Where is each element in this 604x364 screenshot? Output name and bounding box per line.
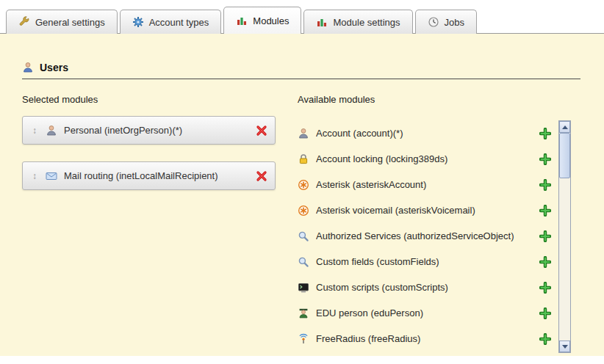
tab-label: General settings [35,17,105,28]
available-modules-scrollbar[interactable] [558,120,571,353]
available-modules-list: Account (account)(*) Account locking (lo… [298,120,551,352]
tab-account-types[interactable]: Account types [120,10,222,34]
tab-bar: General settings Account types Modules [6,7,477,34]
users-section-title: Users [22,62,580,79]
up-arrow-icon [562,125,568,129]
scrollbar-track[interactable] [559,133,570,341]
modules-chart-icon [236,15,248,26]
tab-label: Jobs [445,17,464,28]
add-module-button[interactable] [539,256,551,268]
tab-modules[interactable]: Modules [223,7,301,34]
selected-module-mail-routing[interactable]: ↕ Mail routing (inetLocalMailRecipient) [22,161,276,190]
available-module-account: Account (account)(*) [298,120,551,146]
edu-person-icon [298,307,309,319]
add-module-button[interactable] [539,230,551,242]
scrollbar-thumb[interactable] [559,133,570,178]
tab-module-settings[interactable]: Module settings [303,10,412,34]
available-module-asterisk: Asterisk (asteriskAccount) [298,172,551,197]
module-label: Mail routing (inetLocalMailRecipient) [64,170,249,181]
available-module-asterisk-voicemail: Asterisk voicemail (asteriskVoicemail) [298,197,551,223]
available-module-freeradius: FreeRadius (freeRadius) [298,326,551,352]
available-module-custom-fields: Custom fields (customFields) [298,249,551,274]
lock-icon [298,153,309,165]
module-label: EDU person (eduPerson) [316,307,533,318]
drag-handle-icon[interactable]: ↕ [30,125,39,136]
add-module-button[interactable] [539,307,551,319]
tab-label: Modules [253,15,289,26]
remove-module-button[interactable] [256,125,267,136]
module-label: Account locking (locking389ds) [316,153,533,164]
drag-handle-icon[interactable]: ↕ [30,171,39,181]
add-module-button[interactable] [539,205,551,216]
down-arrow-icon [562,345,568,349]
selected-module-personal[interactable]: ↕ Personal (inetOrgPerson)(*) [22,116,276,145]
module-label: Personal (inetOrgPerson)(*) [64,125,249,136]
tab-general-settings[interactable]: General settings [6,10,118,34]
tab-label: Account types [149,17,209,28]
module-label: Asterisk (asteriskAccount) [316,179,533,190]
module-label: Custom fields (customFields) [316,256,533,267]
wrench-icon [18,16,30,28]
clock-icon [428,16,439,28]
scrollbar-up-button[interactable] [559,121,570,133]
available-module-custom-scripts: Custom scripts (customScripts) [298,274,551,300]
add-module-button[interactable] [539,128,551,139]
section-title-text: Users [40,62,68,73]
user-icon [22,62,34,73]
available-modules-heading: Available modules [298,94,375,105]
remove-module-button[interactable] [256,170,267,182]
module-label: FreeRadius (freeRadius) [316,333,533,344]
gear-badge-icon [132,16,144,28]
available-module-edu-person: EDU person (eduPerson) [298,300,551,326]
add-module-button[interactable] [539,153,551,165]
person-icon [46,125,57,136]
asterisk-icon [298,179,309,191]
scrollbar-down-button[interactable] [559,341,570,352]
asterisk-icon [298,205,309,216]
tab-label: Module settings [333,17,400,28]
mail-icon [46,170,57,182]
magnifier-icon [298,256,309,268]
modules-chart-icon [316,16,328,28]
available-module-authorized-services: Authorized Services (authorizedServiceOb… [298,223,551,249]
terminal-icon [298,282,309,294]
person-icon [298,128,309,139]
add-module-button[interactable] [539,333,551,345]
lam-configuration-page: General settings Account types Modules [0,0,604,364]
add-module-button[interactable] [539,179,551,191]
selected-modules-heading: Selected modules [22,94,98,105]
modules-tab-panel: Users Selected modules Available modules… [0,33,604,356]
magnifier-icon [298,230,309,242]
module-label: Asterisk voicemail (asteriskVoicemail) [316,205,533,216]
radio-antenna-icon [298,333,309,345]
module-label: Authorized Services (authorizedServiceOb… [316,230,533,241]
module-label: Custom scripts (customScripts) [316,282,533,293]
add-module-button[interactable] [539,282,551,294]
module-label: Account (account)(*) [316,128,533,139]
tab-jobs[interactable]: Jobs [415,10,477,34]
available-module-account-locking: Account locking (locking389ds) [298,146,551,172]
